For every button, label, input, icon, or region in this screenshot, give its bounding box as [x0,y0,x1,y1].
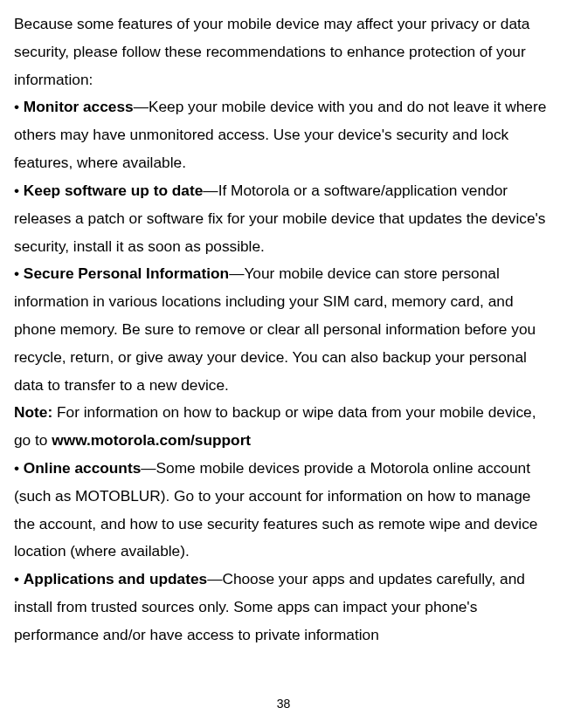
bullet-glyph: • [14,459,24,477]
bullet-glyph: • [14,182,24,199]
bullet-glyph: • [14,98,24,115]
note-paragraph: Note: For information on how to backup o… [14,399,553,455]
intro-paragraph: Because some features of your mobile dev… [14,10,553,93]
page-number: 38 [0,697,567,711]
bullet-item: • Online accounts—Some mobile devices pr… [14,455,553,566]
bullet-title: Online accounts [24,459,141,477]
bullet-title: Monitor access [24,98,134,115]
bullet-item: • Monitor access—Keep your mobile device… [14,93,553,176]
bullet-item: • Keep software up to date—If Motorola o… [14,177,553,260]
bullet-title: Applications and updates [24,570,207,587]
bullet-title: Keep software up to date [24,182,204,199]
note-label: Note: [14,403,52,421]
bullet-body: —Your mobile device can store personal i… [14,264,536,393]
bullet-glyph: • [14,570,24,587]
bullet-item: • Applications and updates—Choose your a… [14,566,553,649]
note-url: www.motorola.com/support [52,431,251,449]
bullet-title: Secure Personal Information [24,264,229,282]
bullet-glyph: • [14,264,24,282]
bullet-item: • Secure Personal Information—Your mobil… [14,260,553,399]
document-body: Because some features of your mobile dev… [14,10,553,649]
